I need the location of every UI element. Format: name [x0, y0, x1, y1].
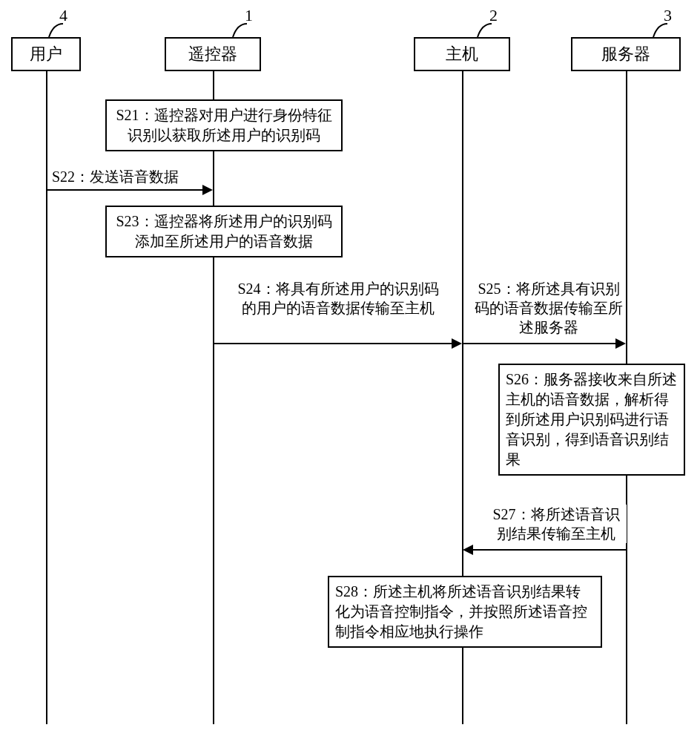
arrow-s24	[214, 343, 453, 344]
callout-remote	[228, 7, 258, 41]
arrow-s25	[463, 343, 617, 344]
arrow-s24-head	[452, 338, 462, 349]
step-s21-box: S21：遥控器对用户进行身份特征识别以获取所述用户的识别码	[105, 99, 343, 151]
step-s26-box: S26：服务器接收来自所述主机的语音数据，解析得到所述用户识别码进行语音识别，得…	[498, 364, 685, 476]
sequence-diagram: 4 1 2 3 用户 遥控器 主机 服务器 S21：遥控器对用户进行身份特征识别…	[0, 0, 700, 742]
actor-label-remote: 遥控器	[188, 43, 237, 65]
callout-host	[473, 7, 503, 41]
step-s28-box: S28：所述主机将所述语音识别结果转化为语音控制指令，并按照所述语音控制指令相应…	[328, 576, 602, 648]
step-s22-label: S22：发送语音数据	[52, 167, 208, 186]
actor-label-server: 服务器	[601, 43, 650, 65]
actor-label-host: 主机	[446, 43, 478, 65]
step-s27-label: S27：将所述语音识别结果传输至主机	[486, 505, 627, 543]
actor-box-user: 用户	[11, 37, 81, 71]
actor-label-user: 用户	[30, 43, 62, 65]
actor-box-remote: 遥控器	[165, 37, 261, 71]
callout-server	[649, 7, 678, 41]
lifeline-remote	[213, 71, 214, 724]
step-s23-box: S23：遥控器将所述用户的识别码添加至所述用户的语音数据	[105, 206, 343, 257]
arrow-s22-head	[202, 185, 213, 195]
actor-box-host: 主机	[414, 37, 510, 71]
step-s25-label: S25：将所述具有识别码的语音数据传输至所述服务器	[475, 279, 623, 337]
step-s24-label: S24：将具有所述用户的识别码的用户的语音数据传输至主机	[234, 279, 442, 318]
arrow-s25-head	[615, 338, 626, 349]
arrow-s27	[472, 549, 626, 551]
arrow-s22	[47, 189, 204, 191]
callout-user	[44, 7, 74, 41]
lifeline-user	[46, 71, 47, 724]
arrow-s27-head	[463, 545, 473, 555]
actor-box-server: 服务器	[571, 37, 681, 71]
